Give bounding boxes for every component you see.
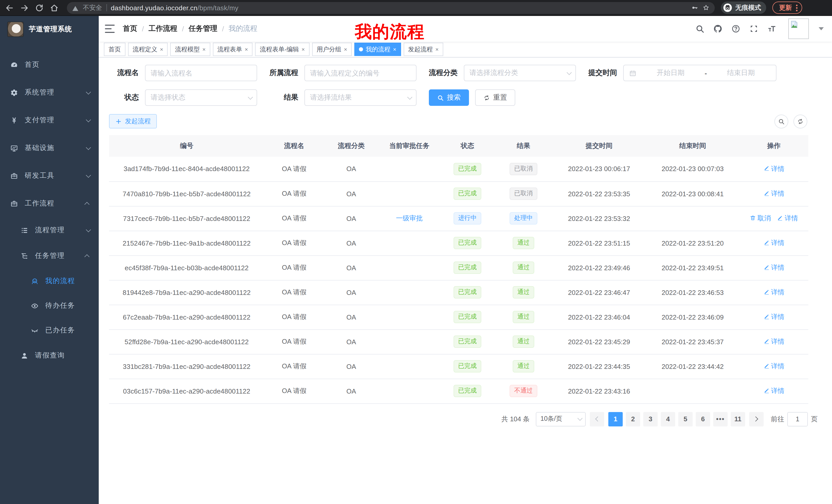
sidebar-item-请假查询[interactable]: 请假查询 [0,343,99,368]
cell-end-time: 2022-01-22 23:45:37 [646,329,739,354]
toggle-search-button[interactable] [774,114,788,128]
breadcrumb-item-任务管理[interactable]: 任务管理 [189,24,217,33]
sidebar-item-支付管理[interactable]: 支付管理 [0,106,99,134]
password-key-icon[interactable] [691,4,698,11]
submit-time-range-picker[interactable]: 开始日期 - 结束日期 [623,65,777,81]
tab-流程表单[interactable]: 流程表单× [213,43,253,56]
tab-用户分组[interactable]: 用户分组× [312,43,352,56]
browser-reload-icon[interactable] [35,3,44,12]
status-select[interactable]: 请选择状态 [145,89,257,106]
row-action-详情[interactable]: 详情 [763,288,784,297]
close-icon[interactable]: × [302,47,305,52]
cell-end-time: 2022-01-22 23:46:53 [646,280,739,305]
sidebar-item-label: 我的流程 [45,276,99,286]
row-action-详情[interactable]: 详情 [763,337,784,346]
cell-process-name: OA 请假 [264,305,324,329]
fullscreen-icon[interactable] [749,24,758,33]
parent-process-input[interactable] [310,69,411,77]
page-button-5[interactable]: 5 [678,412,693,426]
current-task-link[interactable]: 一级审批 [396,214,423,223]
page-button-11[interactable]: 11 [731,412,745,426]
row-action-取消[interactable]: 取消 [750,214,771,223]
page-button-4[interactable]: 4 [661,412,675,426]
page-size-select[interactable]: 10条/页 [536,412,586,426]
user-avatar[interactable] [788,19,809,39]
browser-back-icon[interactable] [5,3,14,12]
result-select[interactable]: 请选择流结果 [305,89,417,106]
browser-home-icon[interactable] [50,3,59,12]
browser-forward-icon[interactable] [20,3,29,12]
tab-流程定义[interactable]: 流程定义× [128,43,168,56]
toolbox-icon [10,172,18,179]
row-action-详情[interactable]: 详情 [763,239,784,248]
sidebar-item-首页[interactable]: 首页 [0,51,99,79]
row-action-详情[interactable]: 详情 [763,263,784,272]
goto-page-input[interactable] [787,412,808,426]
app-logo-row[interactable]: 芋道管理系统 [0,16,99,43]
breadcrumb: 首页/工作流程/任务管理/我的流程 [123,24,257,33]
close-icon[interactable]: × [245,47,248,52]
close-icon[interactable]: × [344,47,347,52]
help-icon[interactable] [731,24,740,33]
refresh-table-button[interactable] [794,114,807,128]
sidebar-item-工作流程[interactable]: 工作流程 [0,190,99,217]
page-ellipsis[interactable]: ••• [713,412,728,426]
sidebar-item-任务管理[interactable]: 任务管理 [0,243,99,269]
breadcrumb-item-工作流程[interactable]: 工作流程 [149,24,177,33]
sidebar-item-系统管理[interactable]: 系统管理 [0,79,99,106]
reset-button[interactable]: 重置 [475,89,515,106]
cell-process-name: OA 请假 [264,206,324,231]
tab-发起流程[interactable]: 发起流程× [404,43,443,56]
browser-menu-icon[interactable] [796,4,798,11]
annotation-title: 我的流程 [355,21,425,44]
process-name-input[interactable] [151,69,252,77]
table-row: 331bc281-7b9a-11ec-a290-acde48001122OA 请… [109,354,808,379]
row-action-详情[interactable]: 详情 [777,214,798,223]
create-process-button[interactable]: 发起流程 [109,114,157,129]
page-button-6[interactable]: 6 [696,412,710,426]
font-size-icon[interactable] [767,24,777,33]
page-button-1[interactable]: 1 [608,412,623,426]
column-header-流程分类: 流程分类 [324,135,379,157]
close-icon[interactable]: × [202,47,206,52]
prev-page-button[interactable] [590,412,604,426]
page-button-3[interactable]: 3 [643,412,658,426]
row-action-详情[interactable]: 详情 [763,164,784,174]
category-select[interactable]: 请选择流程分类 [464,65,576,81]
close-icon[interactable]: × [160,47,163,52]
cell-submit-time: 2022-01-23 00:06:17 [552,157,646,181]
sidebar-item-流程管理[interactable]: 流程管理 [0,217,99,243]
search-button[interactable]: 搜索 [429,89,469,106]
github-icon[interactable] [713,24,723,33]
sidebar-item-基础设施[interactable]: 基础设施 [0,134,99,162]
tab-流程模型[interactable]: 流程模型× [171,43,210,56]
tab-流程表单-编辑[interactable]: 流程表单-编辑× [255,43,310,56]
page-button-2[interactable]: 2 [626,412,640,426]
sidebar-toggle-icon[interactable] [105,24,115,33]
browser-update-button[interactable]: 更新 [772,2,802,14]
tab-我的流程[interactable]: 我的流程× [354,43,401,56]
row-action-详情[interactable]: 详情 [763,189,784,198]
bookmark-star-icon[interactable] [702,4,710,11]
status-badge: 已完成 [453,311,481,323]
status-badge: 已完成 [453,385,481,397]
sidebar-item-研发工具[interactable]: 研发工具 [0,162,99,190]
url-bar[interactable]: 不安全 dashboard.yudao.iocoder.cn/bpm/task/… [67,2,715,13]
cell-process-id: 52ffd28e-7b9a-11ec-a290-acde48001122 [109,329,264,354]
row-action-详情[interactable]: 详情 [763,386,784,396]
close-icon[interactable]: × [435,47,439,52]
sidebar-item-label: 支付管理 [25,116,86,125]
sidebar-item-已办任务[interactable]: 已办任务 [0,318,99,343]
sidebar-item-待办任务[interactable]: 待办任务 [0,293,99,318]
search-icon[interactable] [695,24,704,33]
row-action-详情[interactable]: 详情 [763,362,784,371]
cell-process-name: OA 请假 [264,231,324,255]
tab-首页[interactable]: 首页 [104,43,126,56]
breadcrumb-item-首页[interactable]: 首页 [123,24,137,33]
row-action-详情[interactable]: 详情 [763,312,784,321]
avatar-dropdown-caret[interactable] [818,27,824,30]
sidebar-item-我的流程[interactable]: 我的流程 [0,269,99,293]
next-page-button[interactable] [749,412,763,426]
close-icon[interactable]: × [393,47,396,52]
tab-label: 我的流程 [366,45,390,54]
